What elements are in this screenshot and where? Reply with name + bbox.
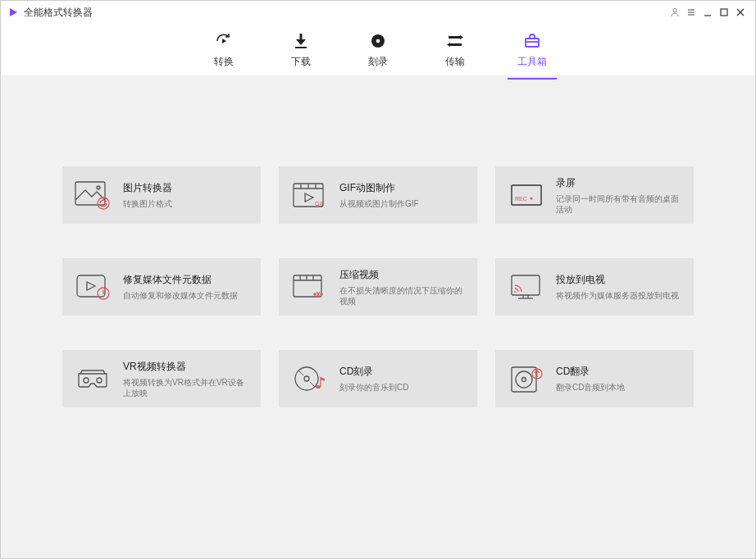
account-icon[interactable] [667, 4, 683, 20]
svg-point-55 [97, 378, 102, 383]
svg-marker-19 [447, 43, 450, 47]
maximize-button[interactable] [716, 4, 732, 20]
nav-burn[interactable]: 刻录 [358, 30, 398, 69]
vr-icon [72, 361, 115, 397]
nav-download[interactable]: 下载 [281, 30, 321, 69]
nav-convert[interactable]: 转换 [204, 30, 244, 69]
cd-rip-icon [505, 361, 548, 397]
compress-icon [289, 269, 331, 305]
toolbox-icon [522, 30, 542, 52]
tool-fix-metadata[interactable]: 修复媒体文件元数据 自动修复和修改媒体文件元数据 [62, 258, 261, 316]
record-icon: REC [505, 177, 548, 213]
svg-point-54 [84, 378, 89, 383]
svg-marker-30 [305, 193, 313, 202]
nav-toolbox[interactable]: 工具箱 [512, 30, 552, 69]
svg-point-60 [516, 371, 532, 388]
app-title: 全能格式转换器 [24, 6, 93, 20]
svg-point-61 [522, 378, 526, 382]
svg-rect-13 [295, 47, 307, 48]
svg-point-24 [98, 198, 109, 209]
svg-marker-17 [460, 35, 463, 39]
svg-point-53 [514, 291, 516, 293]
tool-desc: 转换图片格式 [123, 198, 251, 209]
main-nav: 转换 下载 刻录 传输 工具箱 [1, 24, 755, 76]
svg-point-39 [102, 296, 104, 298]
svg-point-58 [316, 385, 321, 389]
svg-rect-18 [450, 43, 462, 46]
nav-transfer[interactable]: 传输 [435, 30, 475, 69]
gif-icon: GIF [289, 177, 331, 213]
nav-label: 转换 [214, 55, 234, 69]
app-logo-icon [7, 7, 19, 18]
svg-marker-0 [10, 8, 17, 16]
svg-point-57 [304, 376, 309, 381]
tool-title: CD翻录 [556, 365, 684, 379]
titlebar: 全能格式转换器 [1, 1, 755, 24]
tool-cd-rip[interactable]: CD翻录 翻录CD音频到本地 [495, 350, 694, 407]
tool-desc: 翻录CD音频到本地 [556, 382, 684, 393]
tool-desc: 从视频或图片制作GIF [339, 198, 467, 209]
image-icon [72, 177, 115, 213]
svg-marker-36 [87, 282, 95, 290]
close-button[interactable] [732, 4, 749, 20]
tool-desc: 自动修复和修改媒体文件元数据 [123, 290, 251, 301]
transfer-icon [445, 30, 465, 52]
tool-desc: 将视频作为媒体服务器投放到电视 [556, 290, 684, 301]
svg-rect-20 [526, 39, 539, 47]
content-area: 图片转换器 转换图片格式 GIF GIF动图制作 从视频或图片制作GIF REC… [1, 76, 755, 558]
tool-desc: 刻录你的音乐到CD [339, 382, 467, 393]
svg-rect-35 [77, 275, 105, 297]
tool-title: 压缩视频 [339, 268, 467, 282]
tool-title: CD刻录 [339, 365, 467, 379]
tool-cd-burn[interactable]: CD刻录 刻录你的音乐到CD [279, 350, 477, 407]
download-icon [291, 30, 311, 52]
svg-point-15 [376, 39, 380, 43]
metadata-icon [72, 269, 115, 305]
tool-title: 录屏 [556, 176, 684, 190]
tool-desc: 在不损失清晰度的情况下压缩你的视频 [339, 285, 467, 307]
tool-vr-converter[interactable]: VR视频转换器 将视频转换为VR格式并在VR设备上放映 [62, 350, 261, 407]
svg-point-23 [97, 186, 100, 189]
cast-icon [505, 269, 548, 305]
tool-gif-maker[interactable]: GIF GIF动图制作 从视频或图片制作GIF [279, 166, 477, 224]
convert-icon [214, 30, 234, 52]
tool-image-converter[interactable]: 图片转换器 转换图片格式 [62, 166, 261, 224]
menu-icon[interactable] [683, 4, 699, 20]
tool-cast-tv[interactable]: 投放到电视 将视频作为媒体服务器投放到电视 [495, 258, 694, 316]
svg-point-34 [531, 198, 533, 200]
tool-title: 修复媒体文件元数据 [123, 273, 251, 287]
svg-rect-6 [721, 9, 727, 16]
tools-grid: 图片转换器 转换图片格式 GIF GIF动图制作 从视频或图片制作GIF REC… [50, 166, 706, 407]
tool-title: VR视频转换器 [123, 360, 251, 374]
nav-label: 下载 [291, 55, 311, 69]
svg-marker-9 [222, 39, 226, 43]
svg-text:GIF: GIF [315, 201, 325, 207]
svg-rect-32 [512, 185, 541, 205]
tool-screen-record[interactable]: REC 录屏 记录同一时间所有带有音频的桌面活动 [495, 166, 694, 224]
svg-point-1 [673, 8, 676, 11]
tool-title: GIF动图制作 [339, 181, 467, 195]
svg-marker-12 [296, 39, 306, 45]
nav-label: 工具箱 [517, 55, 547, 69]
burn-icon [368, 30, 388, 52]
svg-rect-16 [449, 36, 460, 39]
tool-title: 投放到电视 [556, 273, 684, 287]
svg-text:REC: REC [515, 196, 527, 202]
tool-desc: 记录同一时间所有带有音频的桌面活动 [556, 193, 684, 215]
tool-compress-video[interactable]: 压缩视频 在不损失清晰度的情况下压缩你的视频 [279, 258, 477, 316]
tool-title: 图片转换器 [123, 181, 251, 195]
tool-desc: 将视频转换为VR格式并在VR设备上放映 [123, 377, 251, 398]
minimize-button[interactable] [699, 4, 716, 20]
nav-label: 传输 [445, 55, 465, 69]
cd-burn-icon [289, 361, 331, 397]
nav-label: 刻录 [368, 55, 388, 69]
